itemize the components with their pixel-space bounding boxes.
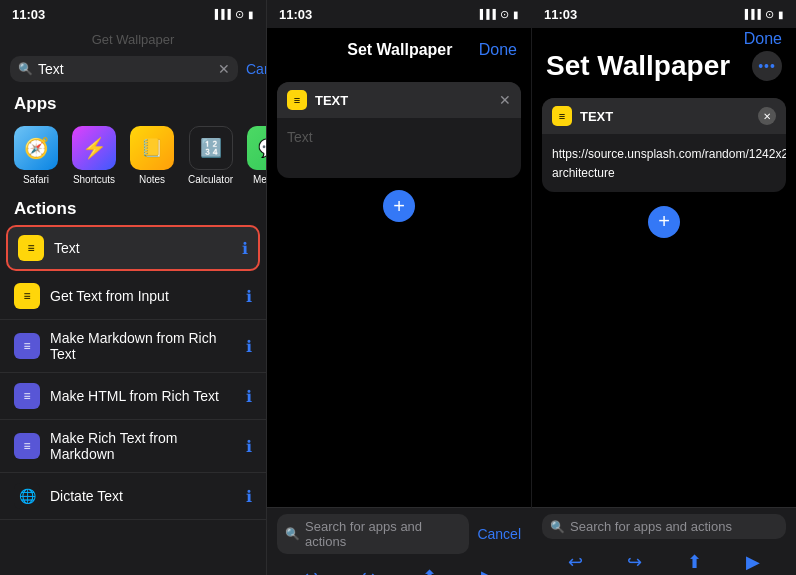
search-bottom-wrapper-2[interactable]: 🔍 Search for apps and actions <box>277 514 469 554</box>
search-input-wrapper[interactable]: 🔍 ✕ <box>10 56 238 82</box>
url-text: https://source.unsplash.com/random/1242x… <box>552 147 786 180</box>
text-card-body[interactable]: Text <box>277 118 521 178</box>
get-text-label: Get Text from Input <box>50 288 236 304</box>
markdown-info[interactable]: ℹ <box>246 337 252 356</box>
play-button-3[interactable]: ▶ <box>746 551 760 573</box>
time-3: 11:03 <box>544 7 577 22</box>
clear-button[interactable]: ✕ <box>218 61 230 77</box>
dictate-label: Dictate Text <box>50 488 236 504</box>
html-info[interactable]: ℹ <box>246 387 252 406</box>
rich-md-label: Make Rich Text from Markdown <box>50 430 236 462</box>
app-safari[interactable]: 🧭 Safari <box>14 126 58 185</box>
action-list: ≡ Text ℹ ≡ Get Text from Input ℹ ≡ Make … <box>0 223 266 575</box>
calculator-label: Calculator <box>188 174 233 185</box>
redo-button-2[interactable]: ↪ <box>362 566 377 575</box>
bottom-bar-2: 🔍 Search for apps and actions Cancel ↩ ↪… <box>267 507 531 575</box>
search-icon-bottom-2: 🔍 <box>285 527 300 541</box>
wifi-icon-3: ⊙ <box>765 8 774 21</box>
play-button-2[interactable]: ▶ <box>481 566 495 575</box>
action-item-markdown[interactable]: ≡ Make Markdown from Rich Text ℹ <box>0 320 266 373</box>
app-shortcuts[interactable]: ⚡ Shortcuts <box>72 126 116 185</box>
url-card-close[interactable]: ✕ <box>758 107 776 125</box>
text-card-title: TEXT <box>315 93 491 108</box>
status-icons-3: ▐▐▐ ⊙ ▮ <box>742 8 784 21</box>
done-row-3: Done <box>532 28 796 50</box>
time-1: 11:03 <box>12 7 45 22</box>
wifi-icon: ⊙ <box>235 8 244 21</box>
done-button-2[interactable]: Done <box>479 41 517 59</box>
get-text-icon: ≡ <box>14 283 40 309</box>
app-calculator[interactable]: 🔢 Calculator <box>188 126 233 185</box>
text-card-close[interactable]: ✕ <box>499 92 511 108</box>
notes-label: Notes <box>139 174 165 185</box>
status-bar-3: 11:03 ▐▐▐ ⊙ ▮ <box>532 0 796 28</box>
done-button-3[interactable]: Done <box>744 30 782 48</box>
search-bottom-wrapper-3[interactable]: 🔍 Search for apps and actions <box>542 514 786 539</box>
search-input[interactable] <box>38 61 213 77</box>
more-button[interactable]: ••• <box>752 51 782 81</box>
panel3-nav: Set Wallpaper ••• <box>532 50 796 88</box>
share-button-2[interactable]: ⬆ <box>422 566 437 575</box>
nav-title-2: Set Wallpaper <box>347 41 452 59</box>
action-item-get-text[interactable]: ≡ Get Text from Input ℹ <box>0 273 266 320</box>
text-card-header: ≡ TEXT ✕ <box>277 82 521 118</box>
status-icons-1: ▐▐▐ ⊙ ▮ <box>212 8 254 21</box>
status-bar-1: 11:03 ▐▐▐ ⊙ ▮ <box>0 0 266 28</box>
search-bottom-3: 🔍 Search for apps and actions <box>532 508 796 545</box>
redo-button-3[interactable]: ↪ <box>627 551 642 573</box>
action-item-rich-md[interactable]: ≡ Make Rich Text from Markdown ℹ <box>0 420 266 473</box>
signal-icon: ▐▐▐ <box>212 9 231 19</box>
status-bar-2: 11:03 ▐▐▐ ⊙ ▮ <box>267 0 531 28</box>
text-card: ≡ TEXT ✕ Text <box>277 82 521 178</box>
action-item-text[interactable]: ≡ Text ℹ <box>6 225 260 271</box>
messages-label: Mess... <box>253 174 266 185</box>
text-action-info[interactable]: ℹ <box>242 239 248 258</box>
text-card-placeholder: Text <box>287 129 313 145</box>
add-action-button-3[interactable]: + <box>648 206 680 238</box>
wallpaper-panel-middle: 11:03 ▐▐▐ ⊙ ▮ Set Wallpaper Done ≡ TEXT … <box>267 0 532 575</box>
battery-icon-3: ▮ <box>778 9 784 20</box>
battery-icon-2: ▮ <box>513 9 519 20</box>
signal-icon-3: ▐▐▐ <box>742 9 761 19</box>
action-item-dictate[interactable]: 🌐 Dictate Text ℹ <box>0 473 266 520</box>
undo-button-3[interactable]: ↩ <box>568 551 583 573</box>
get-text-info[interactable]: ℹ <box>246 287 252 306</box>
time-2: 11:03 <box>279 7 312 22</box>
rich-md-info[interactable]: ℹ <box>246 437 252 456</box>
url-card-icon: ≡ <box>552 106 572 126</box>
search-icon: 🔍 <box>18 62 33 76</box>
cancel-button[interactable]: Cancel <box>246 61 267 77</box>
workflow-area-2: ≡ TEXT ✕ Text + <box>267 72 531 507</box>
url-card: ≡ TEXT ✕ https://source.unsplash.com/ran… <box>542 98 786 192</box>
cancel-bottom-2[interactable]: Cancel <box>477 526 521 542</box>
bottom-bar-3: 🔍 Search for apps and actions ↩ ↪ ⬆ ▶ <box>532 507 796 575</box>
calculator-icon: 🔢 <box>189 126 233 170</box>
notes-icon: 📒 <box>130 126 174 170</box>
status-icons-2: ▐▐▐ ⊙ ▮ <box>477 8 519 21</box>
app-notes[interactable]: 📒 Notes <box>130 126 174 185</box>
add-action-button-2[interactable]: + <box>383 190 415 222</box>
text-card-icon: ≡ <box>287 90 307 110</box>
apps-section-label: Apps <box>0 88 266 120</box>
wallpaper-panel-right: 11:03 ▐▐▐ ⊙ ▮ Done Set Wallpaper ••• ≡ T… <box>532 0 796 575</box>
actions-section-label: Actions <box>0 195 266 223</box>
share-button-3[interactable]: ⬆ <box>687 551 702 573</box>
safari-label: Safari <box>23 174 49 185</box>
dictate-info[interactable]: ℹ <box>246 487 252 506</box>
toolbar-3: ↩ ↪ ⬆ ▶ <box>532 549 796 575</box>
wifi-icon-2: ⊙ <box>500 8 509 21</box>
undo-button-2[interactable]: ↩ <box>303 566 318 575</box>
top-label-1: Get Wallpaper <box>0 28 266 50</box>
app-messages[interactable]: 💬 Mess... <box>247 126 266 185</box>
search-panel: 11:03 ▐▐▐ ⊙ ▮ Get Wallpaper 🔍 ✕ Cancel A… <box>0 0 267 575</box>
action-item-html[interactable]: ≡ Make HTML from Rich Text ℹ <box>0 373 266 420</box>
messages-icon: 💬 <box>247 126 266 170</box>
workflow-area-3: ≡ TEXT ✕ https://source.unsplash.com/ran… <box>532 88 796 507</box>
markdown-icon: ≡ <box>14 333 40 359</box>
dictate-icon: 🌐 <box>14 483 40 509</box>
url-card-body[interactable]: https://source.unsplash.com/random/1242x… <box>542 134 786 192</box>
text-action-label: Text <box>54 240 232 256</box>
html-label: Make HTML from Rich Text <box>50 388 236 404</box>
text-action-icon: ≡ <box>18 235 44 261</box>
rich-md-icon: ≡ <box>14 433 40 459</box>
